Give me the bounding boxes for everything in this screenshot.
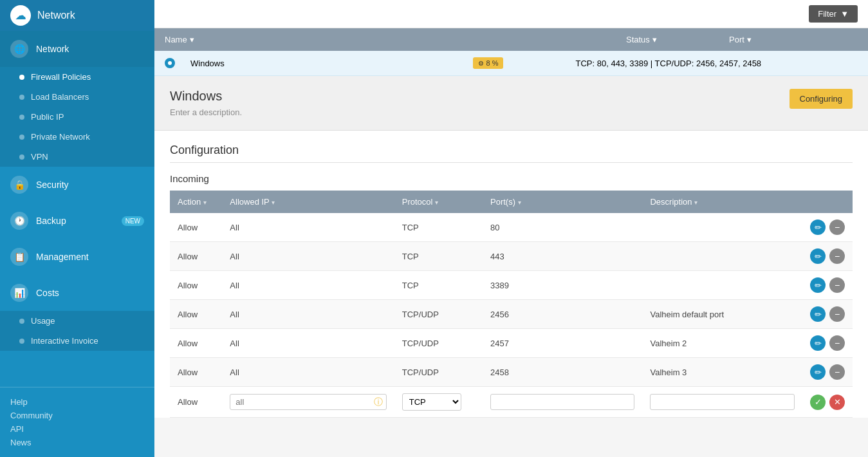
status-text: 8 %	[486, 59, 499, 67]
nav-dot	[19, 135, 24, 140]
cell-row-actions: ✏ −	[802, 213, 853, 242]
nav-dot	[19, 339, 24, 344]
sidebar-item-label: Firewall Policies	[31, 72, 91, 82]
cell-ports: 443	[483, 242, 642, 271]
info-panel-text: Windows Enter a description.	[170, 89, 242, 117]
status-badge: ⚙ 8 %	[473, 57, 504, 69]
cell-row-actions: ✏ −	[802, 242, 853, 271]
sidebar-item-security[interactable]: 🔒 Security	[0, 167, 154, 203]
info-icon: ⓘ	[374, 396, 383, 408]
cell-allowed-ip: All	[222, 213, 394, 242]
th-allowed-ip[interactable]: Allowed IP ▾	[222, 191, 394, 213]
cell-row-actions: ✏ −	[802, 300, 853, 329]
footer-link-community[interactable]: Community	[10, 409, 144, 422]
remove-icon[interactable]: −	[829, 219, 845, 235]
sidebar-item-backup-label: Backup	[36, 216, 66, 226]
cell-action: Allow	[170, 213, 222, 242]
th-port[interactable]: Port ▾	[729, 35, 858, 44]
edit-icon[interactable]: ✏	[810, 248, 826, 264]
remove-icon[interactable]: −	[829, 248, 845, 264]
cell-protocol-new[interactable]: TCP UDP TCP/UDP	[394, 387, 483, 418]
edit-icon[interactable]: ✏	[810, 277, 826, 293]
table-row: Allow All TCP/UDP 2456 Valheim default p…	[170, 300, 853, 329]
sidebar-item-firewall-policies[interactable]: Firewall Policies	[0, 67, 154, 87]
cell-row-actions: ✏ −	[802, 271, 853, 300]
incoming-table: Action ▾ Allowed IP ▾ Protocol ▾ Port(s)…	[170, 191, 853, 418]
protocol-select[interactable]: TCP UDP TCP/UDP	[402, 393, 461, 411]
cancel-icon[interactable]: ✕	[829, 395, 845, 410]
sidebar-item-load-balancers[interactable]: Load Balancers	[0, 87, 154, 107]
cell-protocol: TCP	[394, 271, 483, 300]
remove-icon[interactable]: −	[829, 306, 845, 322]
sidebar-item-management-label: Management	[36, 252, 89, 262]
sidebar-item-costs[interactable]: 📊 Costs	[0, 275, 154, 311]
footer-link-help[interactable]: Help	[10, 395, 144, 409]
cell-action-new: Allow	[170, 387, 222, 418]
sidebar-item-public-ip[interactable]: Public IP	[0, 107, 154, 127]
cell-description	[642, 271, 802, 300]
table-row: Allow All TCP 443 ✏ −	[170, 242, 853, 271]
firewall-list-row[interactable]: Windows ⚙ 8 % TCP: 80, 443, 3389 | TCP/U…	[154, 51, 868, 76]
cell-description-new[interactable]	[642, 387, 802, 418]
new-badge: NEW	[122, 216, 144, 226]
remove-icon[interactable]: −	[829, 335, 845, 351]
configuring-button[interactable]: Configuring	[790, 89, 853, 109]
description-input[interactable]	[650, 394, 795, 410]
edit-icon[interactable]: ✏	[810, 364, 826, 380]
config-divider	[170, 162, 853, 163]
th-description[interactable]: Description ▾	[642, 191, 802, 213]
table-row-new: Allow ⓘ TCP UDP TCP/UDP ✓ ✕	[170, 387, 853, 418]
sort-arrow-allowed-ip: ▾	[272, 199, 275, 206]
sidebar-item-management[interactable]: 📋 Management	[0, 239, 154, 275]
network-icon: 🌐	[10, 40, 28, 58]
cell-protocol: TCP/UDP	[394, 358, 483, 387]
ports-input[interactable]	[490, 394, 634, 410]
info-panel-description: Enter a description.	[170, 107, 242, 117]
table-row: Allow All TCP 80 ✏ −	[170, 213, 853, 242]
cell-protocol: TCP	[394, 213, 483, 242]
sidebar-item-vpn[interactable]: VPN	[0, 147, 154, 167]
network-sub-items: Firewall Policies Load Balancers Public …	[0, 67, 154, 167]
nav-dot	[19, 154, 24, 160]
edit-icon[interactable]: ✏	[810, 306, 826, 322]
th-status[interactable]: Status ▾	[626, 35, 729, 44]
nav-dot	[19, 95, 24, 100]
incoming-table-header-row: Action ▾ Allowed IP ▾ Protocol ▾ Port(s)…	[170, 191, 853, 213]
cell-protocol: TCP/UDP	[394, 300, 483, 329]
footer-link-api[interactable]: API	[10, 422, 144, 436]
sidebar-item-usage[interactable]: Usage	[0, 311, 154, 331]
sidebar-item-network-label: Network	[36, 44, 69, 54]
sidebar-item-label: VPN	[31, 152, 48, 162]
edit-icon[interactable]: ✏	[810, 219, 826, 235]
cell-allowed-ip-new[interactable]: ⓘ	[222, 387, 394, 418]
incoming-table-head: Action ▾ Allowed IP ▾ Protocol ▾ Port(s)…	[170, 191, 853, 213]
th-actions	[802, 191, 853, 213]
sidebar-item-interactive-invoice[interactable]: Interactive Invoice	[0, 331, 154, 351]
edit-icon[interactable]: ✏	[810, 335, 826, 351]
incoming-table-body: Allow All TCP 80 ✏ − Allow All TCP 443 ✏…	[170, 213, 853, 418]
sidebar-footer: Help Community API News	[0, 387, 154, 457]
cell-description	[642, 242, 802, 271]
cell-description: Valheim 2	[642, 329, 802, 358]
th-protocol[interactable]: Protocol ▾	[394, 191, 483, 213]
fw-row-port: TCP: 80, 443, 3389 | TCP/UDP: 2456, 2457…	[576, 59, 858, 68]
sidebar-item-network[interactable]: 🌐 Network	[0, 31, 154, 67]
confirm-icon[interactable]: ✓	[810, 395, 826, 410]
sidebar-item-private-network[interactable]: Private Network	[0, 127, 154, 147]
sort-arrow-name: ▾	[190, 35, 194, 44]
remove-icon[interactable]: −	[829, 364, 845, 380]
th-ports[interactable]: Port(s) ▾	[483, 191, 642, 213]
cell-ports-new[interactable]	[483, 387, 642, 418]
th-action[interactable]: Action ▾	[170, 191, 222, 213]
costs-sub-items: Usage Interactive Invoice	[0, 311, 154, 351]
remove-icon[interactable]: −	[829, 277, 845, 293]
sidebar-item-backup[interactable]: 🕐 Backup NEW	[0, 203, 154, 239]
filter-button[interactable]: Filter ▼	[809, 5, 858, 23]
allowed-ip-input[interactable]	[230, 394, 386, 410]
configuration-title: Configuration	[170, 144, 853, 157]
footer-link-news[interactable]: News	[10, 436, 144, 449]
cell-action: Allow	[170, 329, 222, 358]
th-name[interactable]: Name ▾	[165, 35, 626, 44]
cell-ports: 3389	[483, 271, 642, 300]
cell-ports: 2457	[483, 329, 642, 358]
